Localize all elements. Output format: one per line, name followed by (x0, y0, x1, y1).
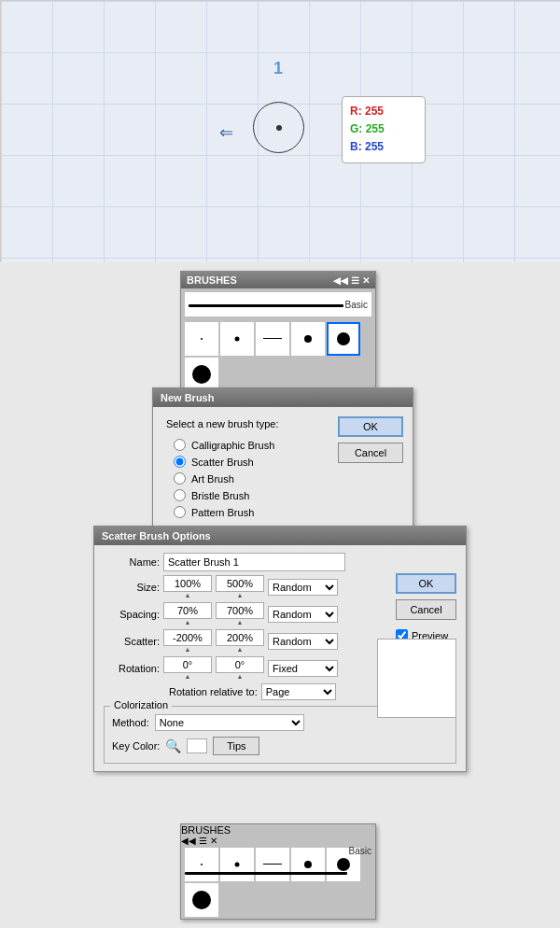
svg-rect-2 (263, 338, 282, 339)
svg-point-9 (304, 861, 312, 868)
radio-bristle[interactable]: Bristle Brush (174, 489, 399, 501)
brush-cell-2[interactable] (220, 322, 254, 356)
radio-calligraphic-label: Calligraphic Brush (191, 440, 274, 451)
spacing-min-arrows: ▲ (185, 619, 191, 626)
panel-menu-icon-bottom[interactable]: ☰ (199, 836, 207, 846)
method-label: Method: (112, 717, 149, 728)
canvas-number: 1 (273, 59, 283, 78)
new-brush-titlebar: New Brush (153, 388, 413, 407)
tips-button[interactable]: Tips (213, 737, 259, 755)
new-brush-body: Select a new brush type: Calligraphic Br… (153, 407, 413, 529)
brushes-titlebar-bottom[interactable]: BRUSHES ◀◀ ☰ ✕ (181, 824, 375, 846)
radio-pattern-label: Pattern Brush (191, 507, 254, 518)
size-max-arrows: ▲ (237, 592, 244, 598)
spacing-max-arrows: ▲ (237, 619, 244, 626)
rgb-red: R: 255 (350, 103, 417, 120)
scatter-scatter-method-select[interactable]: Random (268, 633, 338, 650)
brushes-grid (181, 320, 375, 393)
radio-scatter-label: Scatter Brush (191, 457, 254, 468)
scatter-spacing-label: Spacing: (104, 609, 160, 620)
brush-cell-3[interactable] (256, 322, 289, 356)
scatter-rotation-min-input[interactable] (163, 656, 212, 673)
scatter-size-min-input[interactable] (163, 575, 212, 592)
scatter-rotation-method-select[interactable]: Fixed (268, 660, 338, 677)
scatter-min-arrows: ▲ (185, 646, 191, 653)
svg-point-7 (235, 863, 240, 867)
svg-point-3 (304, 335, 312, 343)
rgb-green: G: 255 (350, 120, 417, 138)
scatter-brush-dialog: Scatter Brush Options Name: Size: ▲ ▲ Ra… (93, 526, 467, 772)
svg-point-4 (337, 332, 350, 345)
stroke-preview: Basic (185, 292, 371, 316)
scatter-spacing-min-input[interactable] (163, 602, 212, 619)
radio-bristle-label: Bristle Brush (191, 490, 249, 501)
scatter-name-row: Name: (104, 553, 456, 571)
stroke-label-bottom: Basic (349, 846, 371, 856)
svg-point-10 (337, 858, 350, 871)
scatter-max-arrows: ▲ (237, 646, 244, 653)
panel-close-icon[interactable]: ✕ (362, 275, 370, 286)
svg-point-6 (201, 864, 203, 865)
scatter-preview-box (377, 639, 456, 718)
brush-cell-5[interactable] (327, 322, 360, 356)
panel-collapse-icon[interactable]: ◀◀ (333, 275, 348, 286)
svg-point-5 (192, 365, 211, 384)
new-brush-title: New Brush (161, 392, 214, 403)
radio-art-label: Art Brush (191, 473, 234, 485)
scatter-title: Scatter Brush Options (102, 530, 211, 541)
scatter-size-method-select[interactable]: Random (268, 579, 338, 596)
brush-cell-1[interactable] (185, 322, 218, 356)
rotation-min-arrows: ▲ (185, 673, 191, 680)
scatter-name-input[interactable] (163, 553, 345, 571)
scatter-size-max-input[interactable] (216, 575, 264, 592)
scatter-rotation-label: Rotation: (104, 663, 160, 674)
stroke-label: Basic (345, 300, 368, 310)
new-brush-cancel-button[interactable]: Cancel (338, 443, 403, 463)
brush-cell-4[interactable] (291, 322, 325, 356)
scatter-body: Name: Size: ▲ ▲ Random Spacing: ▲ (94, 545, 466, 771)
panel-menu-icon[interactable]: ☰ (351, 275, 359, 286)
method-select[interactable]: None (155, 714, 304, 731)
scatter-rotation-max-input[interactable] (216, 656, 264, 673)
radio-pattern[interactable]: Pattern Brush (174, 506, 399, 518)
rgb-blue: B: 255 (350, 138, 417, 156)
radio-art[interactable]: Art Brush (174, 472, 399, 485)
brush-circle-preview (253, 102, 304, 153)
key-color-label: Key Color: (112, 740, 160, 752)
panel-collapse-icon-bottom[interactable]: ◀◀ (181, 836, 196, 846)
rotation-max-arrows: ▲ (237, 673, 244, 680)
svg-point-1 (235, 337, 240, 342)
scatter-scatter-min-input[interactable] (163, 629, 212, 646)
new-brush-buttons: OK Cancel (338, 416, 403, 463)
brush-cell-b2[interactable] (220, 848, 254, 881)
scatter-ok-button[interactable]: OK (396, 573, 456, 594)
key-color-row: Key Color: 🔍 Tips (112, 737, 448, 755)
scatter-scatter-max-input[interactable] (216, 629, 264, 646)
brushes-title-label-top: BRUSHES (187, 274, 237, 286)
scatter-name-label: Name: (104, 556, 160, 568)
brush-cell-6[interactable] (185, 358, 218, 391)
scatter-spacing-max-input[interactable] (216, 602, 264, 619)
stroke-line (189, 304, 343, 307)
scatter-spacing-method-select[interactable]: Random (268, 606, 338, 623)
panel-close-icon-bottom[interactable]: ✕ (210, 836, 217, 846)
brush-dot (276, 125, 282, 131)
eyedropper-icon[interactable]: 🔍 (165, 738, 181, 753)
rotation-relative-select[interactable]: Page (261, 683, 336, 700)
brush-cell-b3[interactable] (256, 848, 289, 881)
rotation-relative-label: Rotation relative to: (169, 686, 258, 697)
brush-cell-b6[interactable] (185, 883, 218, 917)
brushes-titlebar-top[interactable]: BRUSHES ◀◀ ☰ ✕ (181, 272, 375, 288)
colorization-legend: Colorization (110, 699, 172, 710)
canvas-area: 1 ⇐ R: 255 G: 255 B: 255 (0, 0, 560, 261)
key-color-swatch[interactable] (187, 738, 207, 753)
brush-direction-icon: ⇐ (219, 122, 233, 143)
new-brush-ok-button[interactable]: OK (338, 416, 403, 437)
scatter-titlebar: Scatter Brush Options (94, 527, 466, 545)
rgb-color-box: R: 255 G: 255 B: 255 (342, 96, 426, 163)
scatter-cancel-button[interactable]: Cancel (396, 599, 456, 620)
brushes-grid-bottom (181, 846, 375, 919)
brush-cell-b1[interactable] (185, 848, 218, 881)
svg-rect-8 (263, 864, 282, 865)
brush-cell-b4[interactable] (291, 848, 325, 881)
